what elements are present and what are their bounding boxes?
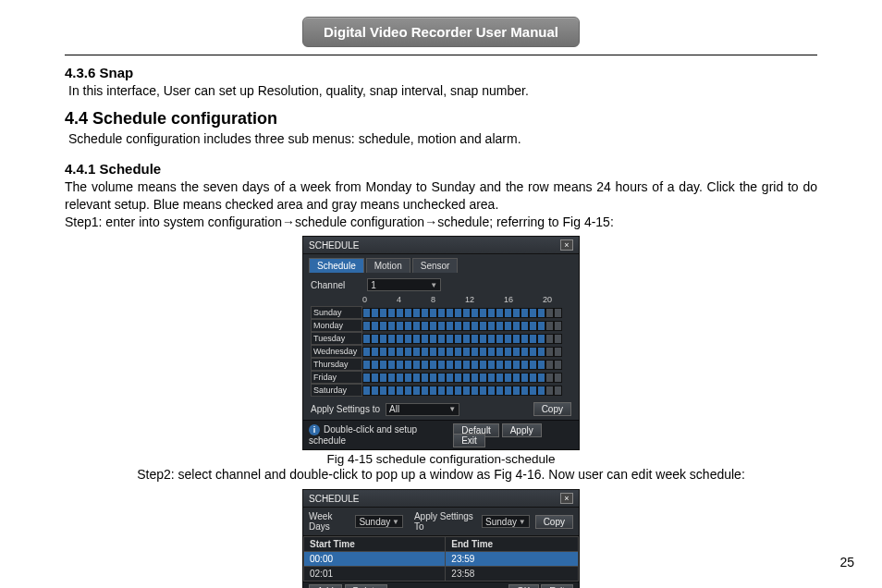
schedule-cell[interactable] — [537, 334, 545, 344]
schedule-cell[interactable] — [379, 347, 387, 357]
schedule-cell[interactable] — [437, 321, 446, 331]
schedule-cell[interactable] — [521, 360, 529, 370]
schedule-cell[interactable] — [396, 308, 404, 318]
copy-button[interactable]: Copy — [533, 402, 571, 416]
schedule-cell[interactable] — [412, 386, 421, 396]
schedule-cell[interactable] — [396, 321, 404, 331]
schedule-cell[interactable] — [404, 386, 412, 396]
schedule-cell[interactable] — [479, 321, 487, 331]
schedule-cell[interactable] — [396, 347, 404, 357]
schedule-cell[interactable] — [487, 360, 496, 370]
schedule-cell[interactable] — [362, 373, 371, 383]
schedule-cell[interactable] — [387, 321, 396, 331]
schedule-cell[interactable] — [362, 360, 371, 370]
ok-button[interactable]: OK — [508, 584, 538, 588]
schedule-cell[interactable] — [504, 334, 512, 344]
schedule-cell[interactable] — [412, 347, 421, 357]
schedule-cell[interactable] — [462, 308, 471, 318]
schedule-cell[interactable] — [446, 373, 454, 383]
schedule-cell[interactable] — [504, 360, 512, 370]
schedule-cell[interactable] — [446, 347, 454, 357]
schedule-cell[interactable] — [462, 386, 471, 396]
schedule-cell[interactable] — [479, 360, 487, 370]
schedule-cell[interactable] — [412, 360, 421, 370]
schedule-cell[interactable] — [479, 386, 487, 396]
schedule-cell[interactable] — [462, 373, 471, 383]
schedule-cell[interactable] — [545, 321, 554, 331]
schedule-cell[interactable] — [487, 334, 496, 344]
schedule-cell[interactable] — [471, 347, 479, 357]
schedule-cell[interactable] — [554, 321, 562, 331]
schedule-cell[interactable] — [512, 373, 521, 383]
schedule-cell[interactable] — [545, 386, 554, 396]
schedule-cell[interactable] — [471, 360, 479, 370]
delete-button[interactable]: Delete — [345, 584, 388, 588]
schedule-cell[interactable] — [446, 360, 454, 370]
tab-schedule[interactable]: Schedule — [309, 258, 364, 273]
schedule-cell[interactable] — [437, 386, 446, 396]
schedule-cell[interactable] — [362, 308, 371, 318]
schedule-cell[interactable] — [371, 308, 379, 318]
tab-motion[interactable]: Motion — [366, 258, 410, 273]
schedule-cell[interactable] — [504, 347, 512, 357]
schedule-cell[interactable] — [529, 321, 537, 331]
schedule-cell[interactable] — [371, 321, 379, 331]
schedule-cell[interactable] — [537, 386, 545, 396]
schedule-cell[interactable] — [362, 334, 371, 344]
schedule-cell[interactable] — [371, 373, 379, 383]
copy-button[interactable]: Copy — [535, 515, 573, 529]
schedule-cell[interactable] — [429, 386, 437, 396]
schedule-cell[interactable] — [421, 308, 429, 318]
schedule-cell[interactable] — [545, 373, 554, 383]
schedule-cell[interactable] — [404, 334, 412, 344]
schedule-cell[interactable] — [462, 360, 471, 370]
schedule-cell[interactable] — [487, 373, 496, 383]
schedule-cell[interactable] — [387, 334, 396, 344]
schedule-cell[interactable] — [421, 347, 429, 357]
schedule-cell[interactable] — [421, 360, 429, 370]
schedule-cell[interactable] — [479, 308, 487, 318]
schedule-cell[interactable] — [512, 308, 521, 318]
schedule-cell[interactable] — [387, 308, 396, 318]
table-row[interactable]: 02:01 23:58 — [304, 567, 579, 582]
schedule-cell[interactable] — [496, 308, 504, 318]
schedule-cell[interactable] — [454, 308, 462, 318]
schedule-cell[interactable] — [421, 373, 429, 383]
schedule-cell[interactable] — [421, 321, 429, 331]
schedule-cell[interactable] — [521, 386, 529, 396]
apply-settings-select[interactable]: Sunday ▼ — [482, 515, 530, 528]
apply-settings-select[interactable]: All ▼ — [386, 403, 459, 416]
table-row[interactable]: 00:00 23:59 — [304, 552, 579, 567]
channel-select[interactable]: 1 ▼ — [367, 278, 441, 291]
schedule-cell[interactable] — [454, 321, 462, 331]
schedule-cell[interactable] — [429, 373, 437, 383]
schedule-cell[interactable] — [537, 321, 545, 331]
close-icon[interactable]: × — [560, 239, 573, 251]
schedule-cell[interactable] — [396, 360, 404, 370]
schedule-cell[interactable] — [429, 347, 437, 357]
schedule-cell[interactable] — [379, 360, 387, 370]
schedule-cell[interactable] — [404, 308, 412, 318]
schedule-cell[interactable] — [537, 347, 545, 357]
tab-sensor[interactable]: Sensor — [412, 258, 459, 273]
schedule-cell[interactable] — [371, 334, 379, 344]
schedule-cell[interactable] — [429, 360, 437, 370]
schedule-cell[interactable] — [446, 308, 454, 318]
schedule-cell[interactable] — [545, 360, 554, 370]
schedule-cell[interactable] — [404, 373, 412, 383]
schedule-cell[interactable] — [437, 334, 446, 344]
schedule-cell[interactable] — [396, 373, 404, 383]
schedule-cell[interactable] — [437, 360, 446, 370]
schedule-cell[interactable] — [404, 360, 412, 370]
schedule-cell[interactable] — [479, 373, 487, 383]
schedule-cell[interactable] — [412, 373, 421, 383]
schedule-cell[interactable] — [512, 360, 521, 370]
schedule-cell[interactable] — [379, 334, 387, 344]
schedule-cell[interactable] — [545, 308, 554, 318]
schedule-cell[interactable] — [379, 321, 387, 331]
schedule-cell[interactable] — [554, 308, 562, 318]
schedule-cell[interactable] — [446, 334, 454, 344]
schedule-cell[interactable] — [529, 386, 537, 396]
apply-button[interactable]: Apply — [502, 423, 542, 437]
schedule-cell[interactable] — [429, 334, 437, 344]
